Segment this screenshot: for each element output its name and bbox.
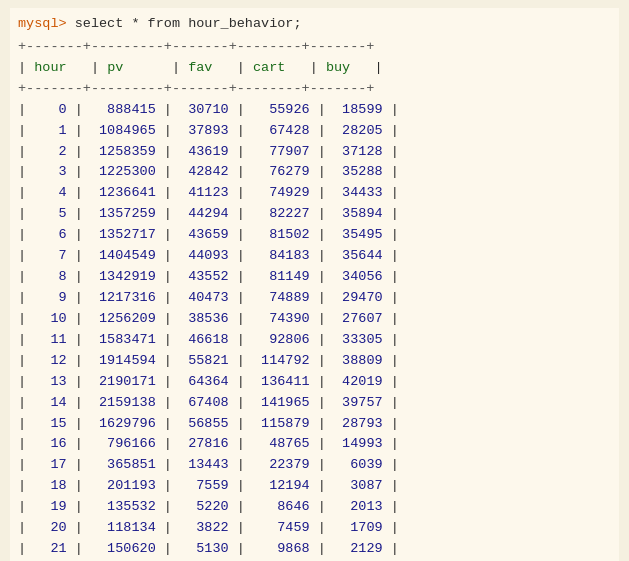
sep-top: +-------+---------+-------+--------+----… xyxy=(18,39,374,54)
table-row: | 2 | 1258359 | 43619 | 77907 | 37128 | xyxy=(18,144,399,159)
table-row: | 9 | 1217316 | 40473 | 74889 | 29470 | xyxy=(18,290,399,305)
table-row: | 10 | 1256209 | 38536 | 74390 | 27607 | xyxy=(18,311,399,326)
table-row: | 11 | 1583471 | 46618 | 92806 | 33305 | xyxy=(18,332,399,347)
table-row: | 20 | 118134 | 3822 | 7459 | 1709 | xyxy=(18,520,399,535)
table-row: | 7 | 1404549 | 44093 | 84183 | 35644 | xyxy=(18,248,399,263)
terminal-window: mysql> select * from hour_behavior; +---… xyxy=(10,8,619,561)
command-line: mysql> select * from hour_behavior; xyxy=(18,14,611,35)
table-row: | 5 | 1357259 | 44294 | 82227 | 35894 | xyxy=(18,206,399,221)
table-row: | 19 | 135532 | 5220 | 8646 | 2013 | xyxy=(18,499,399,514)
table-row: | 4 | 1236641 | 41123 | 74929 | 34433 | xyxy=(18,185,399,200)
table-row: | 3 | 1225300 | 42842 | 76279 | 35288 | xyxy=(18,164,399,179)
table-row: | 12 | 1914594 | 55821 | 114792 | 38809 … xyxy=(18,353,399,368)
table-row: | 6 | 1352717 | 43659 | 81502 | 35495 | xyxy=(18,227,399,242)
table-row: | 16 | 796166 | 27816 | 48765 | 14993 | xyxy=(18,436,399,451)
table-row: | 1 | 1084965 | 37893 | 67428 | 28205 | xyxy=(18,123,399,138)
table-row: | 14 | 2159138 | 67408 | 141965 | 39757 … xyxy=(18,395,399,410)
table-row: | 21 | 150620 | 5130 | 9868 | 2129 | xyxy=(18,541,399,556)
table-header: | hour | pv | fav | cart | buy | xyxy=(18,60,383,75)
command-text: select * from hour_behavior; xyxy=(67,16,302,31)
table-row: | 13 | 2190171 | 64364 | 136411 | 42019 … xyxy=(18,374,399,389)
sep-mid: +-------+---------+-------+--------+----… xyxy=(18,81,374,96)
table-output: +-------+---------+-------+--------+----… xyxy=(18,37,611,561)
table-row: | 17 | 365851 | 13443 | 22379 | 6039 | xyxy=(18,457,399,472)
table-row: | 8 | 1342919 | 43552 | 81149 | 34056 | xyxy=(18,269,399,284)
table-row: | 18 | 201193 | 7559 | 12194 | 3087 | xyxy=(18,478,399,493)
table-row: | 0 | 888415 | 30710 | 55926 | 18599 | xyxy=(18,102,399,117)
table-row: | 15 | 1629796 | 56855 | 115879 | 28793 … xyxy=(18,416,399,431)
prompt: mysql> xyxy=(18,16,67,31)
